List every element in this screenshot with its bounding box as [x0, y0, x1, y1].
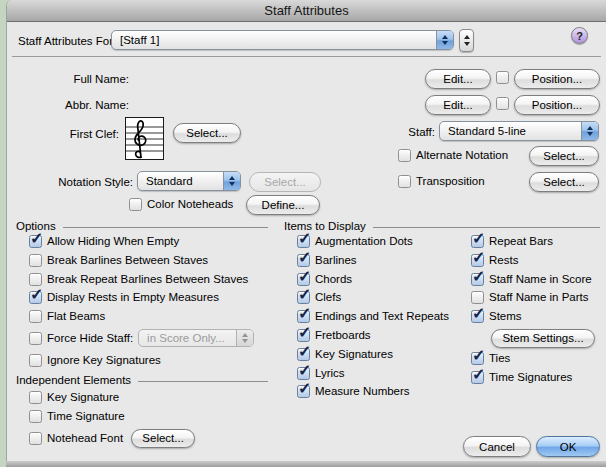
staff-selector-value: [Staff 1]	[112, 31, 436, 49]
notation-style-popup[interactable]: Standard	[137, 171, 241, 191]
option-display-rests[interactable]: Display Rests in Empty Measures	[29, 291, 291, 304]
item-augmentation-dots[interactable]: Augmentation Dots	[297, 235, 473, 248]
checkbox[interactable]	[29, 432, 42, 445]
item-endings-and-text-repeats[interactable]: Endings and Text Repeats	[297, 310, 473, 323]
full-name-edit-button[interactable]: Edit...	[425, 69, 491, 89]
item-chords[interactable]: Chords	[297, 273, 473, 286]
transposition-label: Transposition	[416, 175, 485, 188]
staff-label: Staff:	[359, 126, 435, 139]
stem-settings-button[interactable]: Stem Settings...	[491, 329, 595, 348]
cancel-button[interactable]: Cancel	[463, 436, 531, 457]
checkbox[interactable]	[297, 385, 310, 398]
item-clefs[interactable]: Clefs	[297, 291, 473, 304]
checkbox[interactable]	[29, 354, 42, 367]
first-clef-select-button[interactable]: Select...	[173, 123, 241, 143]
items-to-display-title: Items to Display	[284, 220, 366, 232]
step-down-icon[interactable]	[464, 42, 470, 46]
color-noteheads-checkbox[interactable]	[129, 198, 142, 211]
item-staff-name-in-parts[interactable]: Staff Name in Parts	[471, 291, 606, 304]
staff-attributes-for-label: Staff Attributes For:	[18, 35, 116, 48]
independent-key-signature[interactable]: Key Signature	[29, 391, 291, 404]
independent-elements-list: Key Signature Time Signature Notehead Fo…	[29, 391, 291, 453]
checkbox[interactable]	[471, 273, 484, 286]
item-barlines[interactable]: Barlines	[297, 254, 473, 267]
option-flat-beams[interactable]: Flat Beams	[29, 310, 291, 323]
independent-time-signature[interactable]: Time Signature	[29, 410, 291, 423]
checkbox[interactable]	[29, 332, 42, 345]
color-noteheads-label: Color Noteheads	[147, 198, 233, 211]
checkbox[interactable]	[471, 291, 484, 304]
staff-type-popup[interactable]: Standard 5-line	[439, 121, 599, 141]
checkbox[interactable]	[471, 310, 484, 323]
checkbox[interactable]	[297, 291, 310, 304]
option-break-repeat-barlines[interactable]: Break Repeat Barlines Between Staves	[29, 273, 291, 286]
item-key-signatures[interactable]: Key Signatures	[297, 348, 473, 361]
alternate-notation-checkbox-row[interactable]: Alternate Notation	[398, 149, 508, 162]
treble-clef-icon	[126, 118, 163, 159]
abbr-name-checkbox[interactable]	[496, 97, 509, 110]
checkbox[interactable]	[29, 310, 42, 323]
alternate-notation-checkbox[interactable]	[398, 149, 411, 162]
checkbox[interactable]	[471, 235, 484, 248]
step-up-icon[interactable]	[464, 35, 470, 39]
transposition-checkbox[interactable]	[398, 175, 411, 188]
item-stems[interactable]: Stems	[471, 310, 606, 323]
screen: Staff Attributes Staff Attributes For: […	[0, 0, 606, 467]
item-rests[interactable]: Rests	[471, 254, 606, 267]
option-force-hide-staff[interactable]: Force Hide Staff: in Score Only...	[29, 329, 291, 348]
item-fretboards[interactable]: Fretboards	[297, 329, 473, 342]
item-lyrics[interactable]: Lyrics	[297, 367, 473, 380]
option-ignore-key-signatures[interactable]: Ignore Key Signatures	[29, 354, 291, 367]
independent-elements-title: Independent Elements	[16, 374, 131, 386]
checkbox[interactable]	[297, 310, 310, 323]
checkbox[interactable]	[297, 367, 310, 380]
checkbox[interactable]	[297, 235, 310, 248]
checkbox[interactable]	[471, 254, 484, 267]
staff-stepper[interactable]	[459, 29, 474, 52]
staff-selector-popup[interactable]: [Staff 1]	[111, 30, 454, 50]
checkbox[interactable]	[297, 348, 310, 361]
checkbox[interactable]	[297, 273, 310, 286]
full-name-position-button[interactable]: Position...	[514, 69, 600, 89]
checkbox[interactable]	[297, 329, 310, 342]
transposition-select-button[interactable]: Select...	[529, 172, 599, 192]
checkbox[interactable]	[29, 235, 42, 248]
item-staff-name-in-score[interactable]: Staff Name in Score	[471, 273, 606, 286]
item-repeat-bars[interactable]: Repeat Bars	[471, 235, 606, 248]
transposition-checkbox-row[interactable]: Transposition	[398, 175, 485, 188]
staff-attributes-dialog: Staff Attributes Staff Attributes For: […	[6, 0, 606, 461]
checkbox[interactable]	[29, 273, 42, 286]
checkbox[interactable]	[29, 391, 42, 404]
define-button[interactable]: Define...	[246, 195, 320, 215]
color-noteheads-checkbox-row[interactable]: Color Noteheads	[129, 198, 233, 211]
independent-elements-section-header: Independent Elements	[16, 374, 268, 386]
checkbox[interactable]	[29, 254, 42, 267]
option-allow-hiding-when-empty[interactable]: Allow Hiding When Empty	[29, 235, 291, 248]
item-time-signatures[interactable]: Time Signatures	[471, 371, 606, 384]
notation-style-select-button: Select...	[249, 172, 321, 192]
abbr-name-edit-button[interactable]: Edit...	[425, 95, 491, 115]
items-to-display-left-column: Augmentation Dots Barlines Chords Clefs …	[297, 235, 473, 404]
full-name-checkbox[interactable]	[496, 71, 509, 84]
option-break-barlines[interactable]: Break Barlines Between Staves	[29, 254, 291, 267]
checkbox[interactable]	[471, 371, 484, 384]
checkbox[interactable]	[29, 410, 42, 423]
abbr-name-position-button[interactable]: Position...	[514, 95, 600, 115]
popup-arrows-icon	[436, 31, 453, 49]
help-button[interactable]: ?	[571, 27, 588, 44]
notehead-font-select-button[interactable]: Select...	[131, 429, 195, 448]
first-clef-preview	[125, 117, 164, 160]
title-bar[interactable]: Staff Attributes	[7, 0, 606, 22]
notation-style-value: Standard	[138, 172, 223, 190]
window-title: Staff Attributes	[264, 3, 348, 18]
force-hide-staff-popup: in Score Only...	[138, 329, 254, 347]
checkbox[interactable]	[29, 291, 42, 304]
ok-button[interactable]: OK	[536, 436, 600, 457]
checkbox[interactable]	[471, 352, 484, 365]
staff-type-value: Standard 5-line	[440, 122, 581, 140]
item-measure-numbers[interactable]: Measure Numbers	[297, 385, 473, 398]
item-ties[interactable]: Ties	[471, 352, 606, 365]
alternate-notation-select-button[interactable]: Select...	[529, 146, 599, 166]
checkbox[interactable]	[297, 254, 310, 267]
independent-notehead-font[interactable]: Notehead Font Select...	[29, 429, 291, 448]
